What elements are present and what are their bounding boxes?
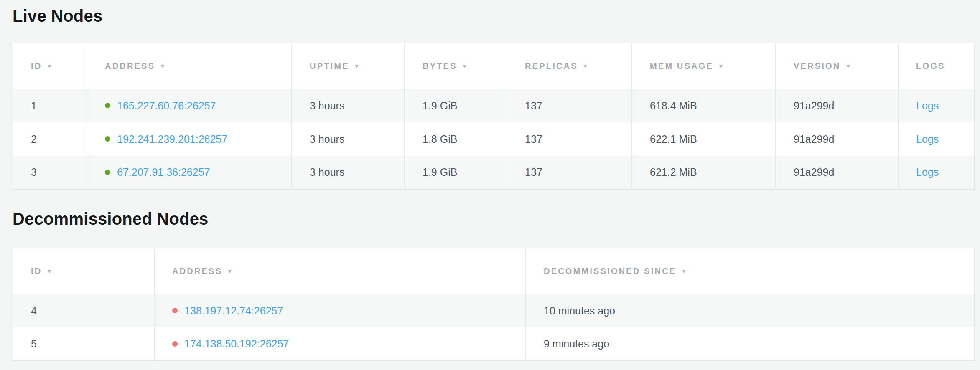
node-address-cell: 174.138.50.192:26257 [154, 327, 526, 361]
node-id-cell: 5 [13, 327, 154, 361]
column-header[interactable]: DECOMMISSIONED SINCE▾ [526, 248, 975, 294]
node-uptime-cell: 3 hours [292, 89, 405, 122]
live-nodes-table: ID▾ ADDRESS▾ UPTIME▾ BYTES▾ REPLICAS▾ ME… [13, 43, 975, 190]
table-row: 2 192.241.239.201:26257 3 hours 1.8 GiB … [13, 122, 975, 156]
sort-arrow-icon: ▾ [48, 267, 52, 274]
node-uptime-cell: 3 hours [292, 122, 405, 156]
node-address-link[interactable]: 138.197.12.74:26257 [184, 305, 283, 317]
column-header[interactable]: VERSION▾ [776, 43, 898, 89]
node-replicas-cell: 137 [507, 156, 632, 189]
node-address-cell: 192.241.239.201:26257 [87, 122, 292, 156]
node-logs-link[interactable]: Logs [916, 133, 939, 145]
node-replicas-cell: 137 [507, 89, 632, 122]
column-header-label: UPTIME [310, 61, 349, 71]
node-uptime-cell: 3 hours [292, 156, 405, 189]
column-header-label: MEM USAGE [650, 61, 713, 71]
decommissioned-nodes-table: ID▾ ADDRESS▾ DECOMMISSIONED SINCE▾ 4 138… [13, 248, 975, 361]
node-status-dot-icon [172, 308, 178, 313]
node-status-dot-icon [105, 170, 110, 175]
table-row: 1 165.227.60.76:26257 3 hours 1.9 GiB 13… [13, 89, 975, 122]
column-header[interactable]: LOGS▾ [898, 43, 975, 89]
table-row: 3 67.207.91.36:26257 3 hours 1.9 GiB 137… [13, 156, 975, 189]
sort-arrow-icon: ▾ [228, 267, 233, 274]
column-header-label: LOGS [916, 61, 945, 71]
node-decommissioned-since-cell: 9 minutes ago [526, 327, 975, 361]
node-mem-usage-cell: 618.4 MiB [632, 89, 776, 122]
node-address-link[interactable]: 165.227.60.76:26257 [117, 100, 216, 112]
live-nodes-title: Live Nodes [13, 6, 974, 26]
node-version-cell: 91a299d [776, 122, 898, 156]
node-address-cell: 67.207.91.36:26257 [87, 156, 292, 189]
node-status-dot-icon [105, 103, 110, 108]
node-replicas-cell: 137 [507, 122, 632, 156]
node-address-link[interactable]: 67.207.91.36:26257 [117, 166, 210, 178]
node-id-cell: 2 [13, 122, 87, 156]
node-logs-cell: Logs [898, 89, 975, 122]
node-status-dot-icon [105, 136, 110, 142]
node-bytes-cell: 1.9 GiB [405, 89, 507, 122]
node-decommissioned-since-cell: 10 minutes ago [526, 294, 975, 327]
sort-arrow-icon: ▾ [161, 62, 165, 69]
column-header[interactable]: ADDRESS▾ [154, 248, 526, 294]
column-header-label: ID [31, 61, 42, 71]
node-logs-cell: Logs [898, 122, 975, 156]
node-address-cell: 165.227.60.76:26257 [87, 89, 292, 122]
sort-arrow-icon: ▾ [584, 62, 588, 69]
node-address-link[interactable]: 192.241.239.201:26257 [117, 133, 227, 145]
column-header-label: ADDRESS [172, 266, 222, 276]
decommissioned-nodes-title: Decommissioned Nodes [13, 209, 974, 229]
sort-arrow-icon: ▾ [48, 62, 52, 69]
table-row: 4 138.197.12.74:26257 10 minutes ago [13, 294, 975, 327]
nodes-page: Live Nodes ID▾ ADDRESS▾ UPTIME▾ BYTES▾ R… [0, 6, 980, 370]
column-header-label: ID [31, 266, 42, 276]
node-logs-cell: Logs [898, 156, 975, 189]
live-table-header-row: ID▾ ADDRESS▾ UPTIME▾ BYTES▾ REPLICAS▾ ME… [13, 43, 975, 89]
node-address-cell: 138.197.12.74:26257 [154, 294, 526, 327]
node-version-cell: 91a299d [776, 89, 898, 122]
node-bytes-cell: 1.8 GiB [405, 122, 507, 156]
node-id-cell: 4 [13, 294, 154, 327]
node-bytes-cell: 1.9 GiB [405, 156, 507, 189]
column-header-label: VERSION [794, 61, 840, 71]
node-logs-link[interactable]: Logs [916, 166, 939, 178]
column-header-label: ADDRESS [105, 61, 155, 71]
node-status-dot-icon [172, 341, 178, 347]
column-header[interactable]: UPTIME▾ [292, 43, 405, 89]
node-mem-usage-cell: 622.1 MiB [632, 122, 776, 156]
node-id-cell: 1 [13, 89, 87, 122]
node-version-cell: 91a299d [776, 156, 898, 189]
node-mem-usage-cell: 621.2 MiB [632, 156, 776, 189]
column-header[interactable]: ID▾ [13, 43, 87, 89]
column-header[interactable]: MEM USAGE▾ [632, 43, 776, 89]
decommissioned-table-header-row: ID▾ ADDRESS▾ DECOMMISSIONED SINCE▾ [13, 248, 975, 294]
node-id-cell: 3 [13, 156, 87, 189]
node-logs-link[interactable]: Logs [916, 100, 939, 112]
sort-arrow-icon: ▾ [846, 62, 851, 69]
column-header[interactable]: REPLICAS▾ [507, 43, 632, 89]
sort-arrow-icon: ▾ [682, 267, 687, 274]
sort-arrow-icon: ▾ [719, 62, 724, 69]
sort-arrow-icon: ▾ [355, 62, 360, 69]
column-header-label: DECOMMISSIONED SINCE [544, 266, 676, 276]
sort-arrow-icon: ▾ [463, 62, 468, 69]
column-header-label: BYTES [423, 61, 457, 71]
column-header[interactable]: ID▾ [13, 248, 154, 294]
table-row: 5 174.138.50.192:26257 9 minutes ago [13, 327, 975, 361]
column-header[interactable]: BYTES▾ [405, 43, 507, 89]
node-address-link[interactable]: 174.138.50.192:26257 [184, 338, 289, 350]
column-header-label: REPLICAS [525, 61, 578, 71]
column-header[interactable]: ADDRESS▾ [87, 43, 292, 89]
